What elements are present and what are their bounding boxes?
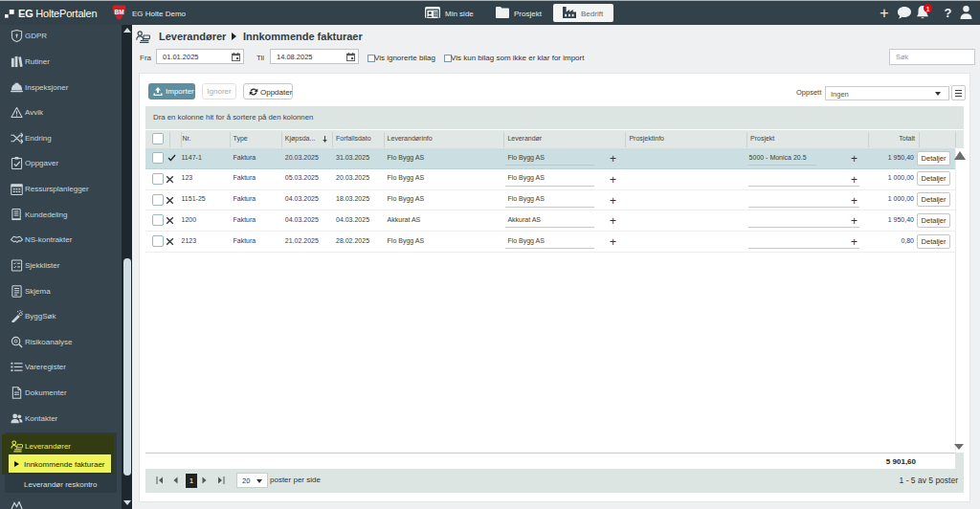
svg-text:BM: BM bbox=[114, 9, 123, 15]
